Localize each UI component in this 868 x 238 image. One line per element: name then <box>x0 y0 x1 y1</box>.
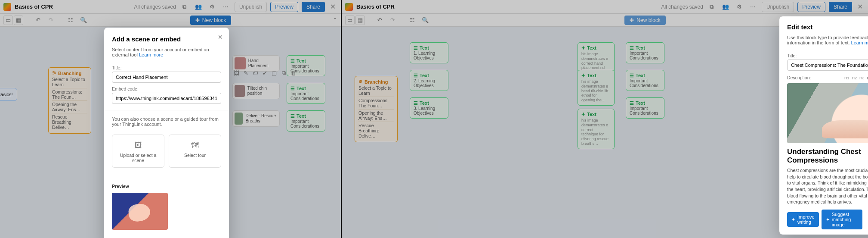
embed-label: Embed code: <box>112 86 221 91</box>
node-imp-2[interactable]: ☰Text Important Considerations <box>626 70 664 91</box>
search-icon[interactable]: 🔍 <box>420 15 430 25</box>
node-img-breaths[interactable]: Deliver: Rescue Breaths <box>232 110 280 127</box>
close-icon[interactable]: ✕ <box>856 3 865 11</box>
app-logo <box>345 3 353 11</box>
node-text-2[interactable]: ☰Text Important Considerations <box>287 83 325 104</box>
node-desc-2[interactable]: ✦Text his image demonstrates e head tilt… <box>578 70 615 106</box>
image-icon[interactable]: 🖼 <box>232 69 240 77</box>
desc-label: Description: <box>787 75 811 80</box>
copy2-icon[interactable]: ⧉ <box>280 69 287 77</box>
modal-sub: Use this block type to provide feedback … <box>787 35 868 45</box>
modal-title: Edit text <box>787 23 868 31</box>
search-icon[interactable]: 🔍 <box>78 15 89 25</box>
title-input[interactable] <box>112 72 221 83</box>
thumb <box>235 85 245 97</box>
preview-button[interactable]: Preview <box>270 2 298 12</box>
people-icon[interactable]: 👥 <box>720 2 731 12</box>
grab-tool-icon[interactable]: ▦ <box>355 16 365 25</box>
page-title: Basics of CPR <box>356 3 395 10</box>
modal-sub: Select content from your account or embe… <box>112 47 221 57</box>
select-tour-card[interactable]: 🗺 Select tour <box>169 135 221 168</box>
select-tool-icon[interactable]: ▭ <box>345 16 355 25</box>
layout-icon[interactable]: ☷ <box>407 15 417 25</box>
node-branching[interactable]: ⚞Branching Select a Topic to Learn Compr… <box>355 76 398 142</box>
title-label: Title: <box>112 65 221 70</box>
topbar: Basics of CPR All changes saved ⧉ 👥 ⚙ ⋯ … <box>0 0 341 14</box>
node-obj-1[interactable]: ☰Text 1. Learning Objectives <box>410 42 448 63</box>
thumb <box>235 113 243 125</box>
screen-icon[interactable]: ▢ <box>270 69 278 77</box>
improve-writing-button[interactable]: ✦Improve writing <box>787 212 819 227</box>
select-tool-icon[interactable]: ▭ <box>3 16 13 25</box>
preview-image <box>112 193 168 230</box>
branch-icon: ⚞ <box>358 79 363 85</box>
undo-icon[interactable]: ↶ <box>33 15 43 25</box>
modal-title: Add a scene or embed <box>112 35 221 43</box>
node-branching[interactable]: ⚞Branching Select a Topic to Learn Compr… <box>48 67 91 134</box>
share-button[interactable]: Share <box>302 2 325 12</box>
title-label: Title: <box>787 53 868 58</box>
unpublish-button[interactable]: Unpublish <box>235 2 267 12</box>
people-icon[interactable]: 👥 <box>193 2 204 12</box>
sparkle-icon: ✦ <box>791 217 795 222</box>
node-text-3[interactable]: ☰Text Important Considerations <box>287 110 325 132</box>
share-button[interactable]: Share <box>829 2 852 12</box>
close-icon[interactable]: ✕ <box>218 34 223 41</box>
more-icon[interactable]: ⋯ <box>748 2 758 12</box>
text-icon: ☰ <box>630 100 634 106</box>
gear-icon[interactable]: ⚙ <box>207 2 217 12</box>
new-block-button[interactable]: ✚New block <box>190 16 231 25</box>
node-imp-1[interactable]: ☰Text Important Considerations <box>626 42 664 63</box>
text-icon[interactable]: ✎ <box>242 69 250 77</box>
topbar: Basics of CPR All changes saved ⧉ 👥 ⚙ ⋯ … <box>342 0 868 14</box>
check-icon[interactable]: ✔ <box>261 69 269 77</box>
page-title: Basics of CPR <box>15 3 53 10</box>
node-obj-2[interactable]: ☰Text 2. Learning Objectives <box>410 70 448 91</box>
title-input[interactable] <box>787 60 868 71</box>
copy-icon[interactable]: ⧉ <box>179 2 190 12</box>
modal-add-scene: ✕ Add a scene or embed Select content fr… <box>104 28 229 238</box>
suggest-image-button[interactable]: ✦Suggest matching image <box>822 210 863 229</box>
node-img-chin[interactable]: Tilted chin position <box>232 83 280 99</box>
text-icon: ☰ <box>290 113 295 119</box>
learn-more-link[interactable]: Learn more <box>139 52 163 57</box>
text-icon: ☰ <box>290 58 295 64</box>
text-icon: ☰ <box>630 45 634 51</box>
upload-scene-card[interactable]: 🖼 Upload or select a scene <box>112 135 164 168</box>
also-text: You can also choose a scene or a guided … <box>112 116 221 127</box>
node-obj-3[interactable]: ☰Text 3. Learning Objectives <box>410 97 448 119</box>
content-heading[interactable]: Understanding Chest Compressions <box>787 147 868 165</box>
app-logo <box>3 3 11 11</box>
node-desc-3[interactable]: ✦Text his image demonstrates e correct t… <box>578 109 615 149</box>
save-status: All changes saved <box>661 4 703 10</box>
grab-tool-icon[interactable]: ▦ <box>14 16 23 25</box>
new-block-button[interactable]: ✚New block <box>624 16 665 25</box>
node-imp-3[interactable]: ☰Text Important Considerations <box>626 97 664 119</box>
redo-icon[interactable]: ↷ <box>387 15 398 25</box>
sparkle-icon: ✦ <box>581 112 585 117</box>
h3-btn[interactable]: H3 <box>859 76 865 81</box>
preview-button[interactable]: Preview <box>797 2 825 12</box>
redo-icon[interactable]: ↷ <box>46 15 56 25</box>
content-body[interactable]: Chest compressions are the most crucial … <box>787 167 868 205</box>
sparkle-icon: ✦ <box>826 217 830 222</box>
h2-btn[interactable]: H2 <box>852 76 857 81</box>
undo-icon[interactable]: ↶ <box>374 15 385 25</box>
unpublish-button[interactable]: Unpublish <box>762 2 794 12</box>
node-context-toolbar: 🖼 ✎ 🏷 ✔ ▢ ⧉ 🗑 <box>232 69 297 77</box>
more-icon[interactable]: ⋯ <box>221 2 231 12</box>
gear-icon[interactable]: ⚙ <box>734 2 744 12</box>
tag-icon[interactable]: 🏷 <box>251 69 259 77</box>
copy-icon[interactable]: ⧉ <box>707 2 717 12</box>
collapse-icon[interactable]: ⌃ <box>333 17 337 23</box>
delete-icon[interactable]: 🗑 <box>289 69 297 77</box>
preview-label: Preview <box>112 184 221 189</box>
h1-btn[interactable]: H1 <box>844 76 849 81</box>
embed-input[interactable] <box>112 93 221 104</box>
learn-more-link[interactable]: Learn more <box>851 40 868 45</box>
layout-icon[interactable]: ☷ <box>65 15 76 25</box>
description-image[interactable] <box>787 83 868 143</box>
branch-icon: ⚞ <box>52 70 56 76</box>
node-basics[interactable]: R Basics! <box>0 88 17 101</box>
close-icon[interactable]: ✕ <box>328 3 337 11</box>
